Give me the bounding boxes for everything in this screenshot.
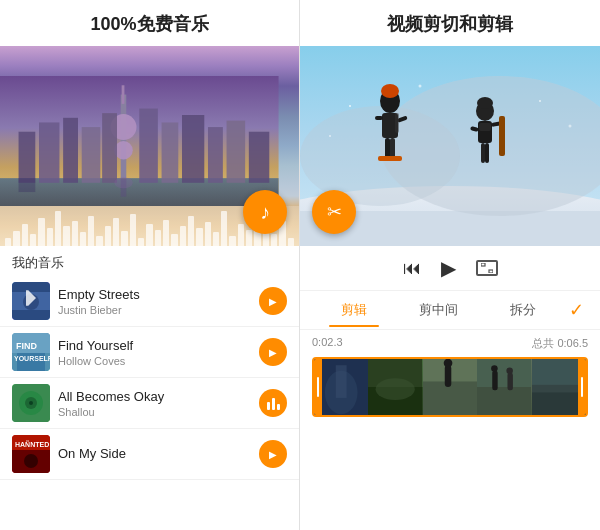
wave-bar [229,236,235,246]
wave-bar [205,222,211,246]
tab-cut-label: 剪辑 [341,302,367,317]
svg-point-83 [491,365,498,372]
frame-content [423,359,477,415]
play-icon: ▶ [269,449,277,460]
wave-bar [96,236,102,246]
thumb-art [12,282,50,320]
tab-cut-middle-label: 剪中间 [419,302,458,317]
svg-rect-61 [479,123,491,131]
song-artist: Justin Bieber [58,304,259,316]
svg-rect-71 [336,365,347,398]
confirm-button[interactable]: ✓ [565,291,588,329]
expand-icon [481,263,493,273]
wave-bar [288,238,294,246]
song-info: Find Yourself Hollow Coves [58,338,259,367]
play-icon: ▶ [269,347,277,358]
svg-point-33 [29,401,33,405]
wave-bar [196,228,202,246]
song-title: On My Side [58,446,259,461]
list-item[interactable]: All Becomes Okay Shallou [0,378,299,429]
svg-rect-15 [227,121,246,183]
scissors-button[interactable]: ✂ [312,190,356,234]
right-image-wrapper: ✂ [300,46,600,246]
svg-rect-48 [375,116,383,120]
handle-line [317,377,319,397]
svg-rect-56 [485,143,489,163]
svg-point-38 [24,454,38,468]
song-play-button[interactable]: ▶ [259,338,287,366]
list-item[interactable]: HAÑNTED On My Side ▶ [0,429,299,480]
wave-bar [30,234,36,246]
svg-rect-77 [423,382,477,415]
wave-bar [22,224,28,246]
tab-cut-middle[interactable]: 剪中间 [396,293,480,327]
svg-rect-55 [481,143,485,163]
svg-point-50 [381,84,399,98]
right-title: 视频剪切和剪辑 [300,0,600,46]
film-frame [368,359,422,415]
svg-point-60 [477,97,493,109]
svg-rect-10 [102,113,117,183]
song-info: On My Side [58,446,259,463]
tab-split-label: 拆分 [510,302,536,317]
tab-cut[interactable]: 剪辑 [312,293,396,327]
tab-bar: 剪辑 剪中间 拆分 ✓ [300,291,600,330]
song-info: Empty Streets Justin Bieber [58,287,259,316]
svg-rect-9 [82,127,101,183]
left-image-wrapper: ♪ [0,46,299,246]
wave-bar [130,214,136,246]
play-pause-button[interactable]: ▶ [441,256,456,280]
wave-bar [171,234,177,246]
song-list: Empty Streets Justin Bieber ▶ FIND YOURS… [0,276,299,530]
wave-bar [72,221,78,246]
song-info: All Becomes Okay Shallou [58,389,259,418]
svg-point-64 [539,100,541,102]
current-time: 0:02.3 [312,336,343,351]
song-title: All Becomes Okay [58,389,259,404]
my-music-label: 我的音乐 [0,246,299,276]
filmstrip-handle-left[interactable] [314,359,322,415]
wave-bar [221,211,227,246]
song-artist: Shallou [58,406,259,418]
svg-rect-67 [481,263,485,266]
song-thumbnail: FIND YOURSELF [12,333,50,371]
wave-bar [105,226,111,246]
expand-button[interactable] [476,260,498,276]
list-item[interactable]: FIND YOURSELF Find Yourself Hollow Coves… [0,327,299,378]
wave-bar [80,232,86,246]
filmstrip-handle-right[interactable] [578,359,586,415]
skip-back-button[interactable]: ⏮ [403,258,421,279]
time-bar: 0:02.3 总共 0:06.5 [300,330,600,357]
frame-content [477,359,531,415]
thumb-art: HAÑNTED [12,435,50,473]
song-bars-button[interactable] [259,389,287,417]
wave-bar [113,218,119,246]
svg-rect-13 [182,115,204,183]
tab-split[interactable]: 拆分 [481,293,565,327]
svg-point-85 [507,367,514,374]
play-icon: ▶ [269,296,277,307]
thumb-art: FIND YOURSELF [12,333,50,371]
wave-bar [121,231,127,246]
wave-bar [47,228,53,246]
svg-point-74 [376,378,415,400]
wave-bar [271,234,277,246]
svg-point-79 [443,359,452,367]
scissors-icon: ✂ [327,201,342,223]
wave-bar [146,224,152,246]
check-icon: ✓ [569,300,584,320]
frame-content [314,359,368,415]
song-play-button[interactable]: ▶ [259,287,287,315]
total-time: 总共 0:06.5 [532,336,588,351]
svg-point-62 [349,105,351,107]
svg-rect-7 [39,122,59,182]
svg-rect-23 [26,290,28,306]
filmstrip[interactable] [312,357,588,417]
music-play-button[interactable]: ♪ [243,190,287,234]
song-play-button[interactable]: ▶ [259,440,287,468]
bar-icon [267,402,270,410]
svg-point-4 [114,141,133,160]
svg-rect-12 [162,122,179,182]
list-item[interactable]: Empty Streets Justin Bieber ▶ [0,276,299,327]
song-title: Find Yourself [58,338,259,353]
